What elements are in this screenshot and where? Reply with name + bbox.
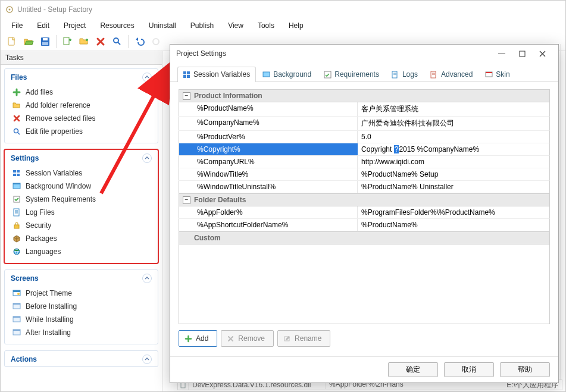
tab-advanced[interactable]: Advanced xyxy=(425,67,479,82)
button-label: Remove xyxy=(238,334,265,343)
sidebar-item-languages[interactable]: Languages xyxy=(8,245,154,258)
menu-view[interactable]: View xyxy=(221,20,251,32)
sidebar-item-log[interactable]: Log Files xyxy=(8,206,154,219)
menu-project[interactable]: Project xyxy=(57,20,93,32)
menu-uninstall[interactable]: Uninstall xyxy=(142,20,183,32)
remove-button: Remove xyxy=(221,330,274,347)
tb-redo[interactable] xyxy=(148,34,164,49)
add-button[interactable]: Add xyxy=(179,330,217,347)
tab-logs[interactable]: Logs xyxy=(386,67,424,82)
collapse-icon[interactable] xyxy=(142,274,152,283)
var-value[interactable]: Copyright ?2015 %CompanyName% xyxy=(358,143,549,155)
help-button[interactable]: 帮助 xyxy=(500,362,550,377)
var-value[interactable]: http://www.iqidi.com xyxy=(358,156,549,168)
sidebar-item-before[interactable]: Before Installing xyxy=(8,300,154,313)
sidebar-item-add-files[interactable]: Add files xyxy=(8,86,154,99)
sidebar-item-label: Before Installing xyxy=(26,302,77,311)
minimize-button[interactable]: — xyxy=(492,47,512,60)
sidebar-item-label: Edit file properties xyxy=(26,127,83,136)
grid-row[interactable]: %CompanyName%广州爱奇迪软件科技有限公司 xyxy=(179,117,550,131)
grid-row[interactable]: %WindowTitleUninstall%%ProductName% Unin… xyxy=(179,181,550,193)
sidebar-item-label: Log Files xyxy=(26,208,55,217)
req-icon xyxy=(12,195,21,204)
var-value[interactable]: 5.0 xyxy=(358,131,549,143)
svg-point-9 xyxy=(14,129,18,133)
sidebar-item-session-vars[interactable]: Session Variables xyxy=(8,167,154,180)
sidebar-item-label: Add files xyxy=(26,88,53,96)
tb-undo[interactable] xyxy=(132,34,147,49)
grid-row[interactable]: %CompanyURL%http://www.iqidi.com xyxy=(179,156,550,168)
grid-row[interactable]: %AppShortcutFolderName%%ProductName% xyxy=(179,219,550,231)
section-product-info[interactable]: −Product Information xyxy=(179,89,550,102)
section-custom[interactable]: Custom xyxy=(179,231,550,244)
menu-file[interactable]: File xyxy=(4,20,30,32)
tab-background[interactable]: Background xyxy=(257,67,317,82)
button-label: 确定 xyxy=(406,365,420,375)
menu-tools[interactable]: Tools xyxy=(251,20,282,32)
grid-row-selected[interactable]: %Copyright%Copyright ?2015 %CompanyName% xyxy=(179,143,550,156)
grid-row[interactable]: %ProductName%客户关系管理系统 xyxy=(179,102,550,117)
sidebar-item-security[interactable]: Security xyxy=(8,219,154,232)
tb-properties[interactable] xyxy=(110,34,125,49)
tb-remove[interactable] xyxy=(93,34,108,49)
collapse-icon[interactable] xyxy=(142,153,152,163)
sidebar-item-after[interactable]: After Installing xyxy=(8,326,154,339)
var-value[interactable]: %ProductName% xyxy=(358,219,549,231)
tab-label: Advanced xyxy=(441,70,473,79)
var-value[interactable]: %ProductName% Setup xyxy=(358,168,549,180)
svg-rect-5 xyxy=(42,42,48,45)
grid-row[interactable]: %ProductVer%5.0 xyxy=(179,131,550,143)
svg-rect-18 xyxy=(14,225,19,228)
menu-publish[interactable]: Publish xyxy=(183,20,221,32)
collapse-icon[interactable] xyxy=(142,355,152,364)
svg-rect-32 xyxy=(183,71,186,74)
svg-rect-17 xyxy=(14,209,19,216)
var-value[interactable]: 广州爱奇迪软件科技有限公司 xyxy=(358,117,549,130)
collapse-icon[interactable]: − xyxy=(183,196,190,204)
tb-add-folder[interactable] xyxy=(76,34,92,49)
var-value[interactable]: %ProgramFilesFolder%\%ProductName% xyxy=(358,206,549,218)
svg-rect-15 xyxy=(13,183,20,184)
sidebar-item-label: After Installing xyxy=(26,328,71,337)
menu-resources[interactable]: Resources xyxy=(93,20,141,32)
dialog-title: Project Settings xyxy=(176,49,226,58)
var-value[interactable]: %ProductName% Uninstaller xyxy=(358,181,549,193)
collapse-icon[interactable] xyxy=(142,73,152,82)
tb-save[interactable] xyxy=(37,34,53,49)
var-key: %WindowTitleUninstall% xyxy=(179,181,358,193)
svg-rect-22 xyxy=(13,290,20,292)
var-value[interactable]: 客户关系管理系统 xyxy=(358,102,549,116)
grid-row[interactable]: %AppFolder%%ProgramFilesFolder%\%Product… xyxy=(179,206,550,219)
collapse-icon[interactable]: − xyxy=(183,92,190,100)
tab-skin[interactable]: Skin xyxy=(480,67,515,82)
section-title: Folder Defaults xyxy=(194,196,246,204)
grid-row[interactable]: %WindowTitle%%ProductName% Setup xyxy=(179,168,550,181)
sidebar-item-while[interactable]: While Installing xyxy=(8,313,154,326)
variables-grid[interactable]: −Product Information %ProductName%客户关系管理… xyxy=(179,89,550,244)
sidebar-item-theme[interactable]: Project Theme xyxy=(8,287,154,300)
menu-help[interactable]: Help xyxy=(282,20,311,32)
maximize-button[interactable] xyxy=(512,47,532,60)
ok-button[interactable]: 确定 xyxy=(388,362,438,377)
screen-icon xyxy=(12,302,21,311)
cancel-button[interactable]: 取消 xyxy=(444,362,494,377)
sidebar-item-bg[interactable]: Background Window xyxy=(8,180,154,193)
svg-rect-41 xyxy=(486,72,492,73)
bg-icon xyxy=(262,70,270,79)
section-folder-defaults[interactable]: −Folder Defaults xyxy=(179,193,550,206)
tb-add-files[interactable] xyxy=(60,34,75,49)
button-label: 帮助 xyxy=(518,365,532,375)
tab-requirements[interactable]: Requirements xyxy=(318,67,385,82)
tab-session-variables[interactable]: Session Variables xyxy=(177,67,256,82)
tb-new[interactable] xyxy=(4,34,20,49)
tb-open[interactable] xyxy=(21,34,36,49)
sidebar-item-add-folder[interactable]: Add folder reference xyxy=(8,99,154,112)
sidebar-item-remove[interactable]: Remove selected files xyxy=(8,112,154,125)
sidebar-item-packages[interactable]: Packages xyxy=(8,232,154,245)
close-button[interactable] xyxy=(532,47,552,60)
theme-icon xyxy=(12,288,21,298)
sidebar-item-edit-props[interactable]: Edit file properties xyxy=(8,125,154,138)
sidebar-item-req[interactable]: System Requirements xyxy=(8,193,154,206)
svg-rect-11 xyxy=(17,170,20,173)
menu-edit[interactable]: Edit xyxy=(30,20,57,32)
